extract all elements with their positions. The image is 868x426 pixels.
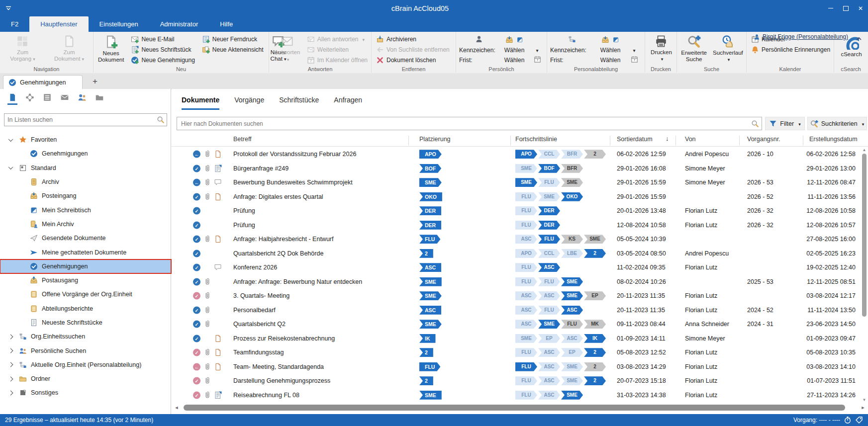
sidebar-item-ordner[interactable]: Ordner xyxy=(0,372,171,386)
zum-vorgang-button[interactable]: Zum Vorgang xyxy=(3,34,42,65)
main-tab-anfragen[interactable]: Anfragen xyxy=(334,96,362,110)
table-row[interactable]: ✓Quartalsbericht 2Q Dok Behörde2APOCCLLB… xyxy=(172,247,868,261)
neue-email-button[interactable]: Neue E-Mail xyxy=(129,34,196,44)
neue-akteneinsicht-button[interactable]: Neue Akteneinsicht xyxy=(200,45,265,55)
sidebar-item-standard[interactable]: Standard xyxy=(0,161,171,175)
document-search-input[interactable] xyxy=(177,120,749,127)
quick-access-icon[interactable] xyxy=(0,4,17,12)
stopwatch-icon[interactable] xyxy=(844,416,852,424)
new-tab-button[interactable] xyxy=(89,75,101,88)
im-kalender-oeffnen-button[interactable]: 7 Im Kalender öffnen xyxy=(305,55,369,65)
unit-frist-waehlen-button[interactable]: Wählen xyxy=(594,57,627,64)
col-vorgangsnr[interactable]: Vorgangsnr. xyxy=(747,136,780,143)
table-row[interactable]: ✓Anfrage: Anfrage: Bewerbung Natur entde… xyxy=(172,275,868,289)
table-row[interactable]: ✓PersonalbedarfASCASCFLUASC20-11-2023 11… xyxy=(172,303,868,318)
table-row[interactable]: ✓Teamfindungsstag2FLUASCEP205-08-2023 12… xyxy=(172,345,868,360)
sidebar-item-aktuelle-org-einheit-personalabteilung[interactable]: Aktuelle Org.Einheit (Personalabteilung) xyxy=(0,358,171,372)
sidebar-item-favoriten[interactable]: Favoriten xyxy=(0,133,171,147)
maximize-button[interactable] xyxy=(838,0,853,16)
chevron-down-icon[interactable] xyxy=(7,166,14,170)
table-row[interactable]: ✓Anfrage: Digitales erstes QuartalOKOFLU… xyxy=(172,190,868,204)
collapse-ribbon-icon[interactable] xyxy=(855,35,863,43)
suchverlauf-button[interactable]: Suchverlauf xyxy=(711,34,745,65)
sidebar-item-archiv[interactable]: Archiv xyxy=(0,175,171,189)
tab-genehmigungen[interactable]: Genehmigungen xyxy=(3,75,83,89)
neue-genehmigung-button[interactable]: Neue Genehmigung xyxy=(129,55,196,65)
table-row[interactable]: ✓PrüfungDERFLUDER12-08-2024 10:58Florian… xyxy=(172,218,868,233)
menu-item-hauptfenster[interactable]: Hauptfenster xyxy=(29,16,88,32)
table-row[interactable]: ←Bewerbung Bundesweites SchwimmprojektSM… xyxy=(172,175,868,190)
scroll-down-icon[interactable]: ▼ xyxy=(861,398,868,402)
sidebar-item-org-einheitssuchen[interactable]: Org.Einheitssuchen xyxy=(0,330,171,343)
tag-icon[interactable] xyxy=(855,416,863,424)
horizontal-scroll-thumb[interactable] xyxy=(184,405,845,411)
antworten-button[interactable]: Antworten xyxy=(272,34,302,65)
sidebar-item-postausgang[interactable]: Postausgang xyxy=(0,273,171,287)
unit-frist-calendar-icon[interactable]: 7 xyxy=(631,56,638,63)
unit-kennzeichen-dropdown-icon[interactable] xyxy=(627,47,642,54)
neuer-ferndruck-button[interactable]: Neuer Ferndruck xyxy=(200,34,265,44)
view-network-icon[interactable] xyxy=(24,91,35,103)
sidebar-item-posteingang[interactable]: Posteingang xyxy=(0,189,171,203)
sidebar-item-offene-vorgänge-der-org-einheit[interactable]: Offene Vorgänge der Org.Einheit xyxy=(0,287,171,301)
sidebar-item-mein-archiv[interactable]: Mein Archiv xyxy=(0,217,171,231)
erweiterte-suche-button[interactable]: Erweiterte Suche xyxy=(679,34,708,65)
sidebar-item-genehmigungen[interactable]: Genehmigungen xyxy=(0,147,171,161)
table-row[interactable]: ←Protokoll der Vorstandssitzung Februar … xyxy=(172,147,868,162)
sidebar-item-genehmigungen[interactable]: Genehmigungen xyxy=(0,259,171,273)
col-fortschrittslinie[interactable]: Fortschrittslinie xyxy=(515,136,557,143)
scroll-right-icon[interactable]: ► xyxy=(860,405,866,410)
kennzeichen-dropdown-icon[interactable] xyxy=(530,47,545,54)
user-identity-link[interactable]: Birgit Frigge (Personalabteilung) xyxy=(754,33,848,40)
table-row[interactable]: ✓Konferenz 2026ASCFLUASC11-02-2024 09:35… xyxy=(172,260,868,275)
table-row[interactable]: ✓PrüfungDERFLUDER20-01-2026 13:48Florian… xyxy=(172,204,868,218)
drucken-button[interactable]: Drucken xyxy=(649,34,674,65)
horizontal-scrollbar[interactable]: ◄ ► xyxy=(174,404,866,412)
scroll-up-icon[interactable]: ▲ xyxy=(861,148,868,152)
col-von[interactable]: Von xyxy=(685,136,696,143)
zum-dokument-button[interactable]: Zum Dokument xyxy=(47,34,91,65)
col-platzierung[interactable]: Platzierung xyxy=(419,136,451,143)
table-row[interactable]: ✓Prozess zur ReisekostenabrechnungIKSMEE… xyxy=(172,332,868,346)
view-mail-icon[interactable] xyxy=(59,91,70,103)
table-row[interactable]: ←Team- Meeting, StandardagendaFLUFLUASCS… xyxy=(172,360,868,374)
suchkriterien-button[interactable]: Suchkriterien xyxy=(807,117,867,130)
allen-antworten-button[interactable]: Allen antworten xyxy=(305,34,369,44)
chevron-right-icon[interactable] xyxy=(7,377,14,381)
dokument-loeschen-button[interactable]: Dokument löschen xyxy=(375,55,454,65)
table-row[interactable]: ✓Bürgeranfrage #249BOFSMEBOFBFR29-01-202… xyxy=(172,162,868,176)
menu-item-hilfe[interactable]: Hilfe xyxy=(209,16,244,32)
neues-dokument-button[interactable]: Neues Dokument xyxy=(96,34,125,65)
main-tab-schriftstücke[interactable]: Schriftstücke xyxy=(279,96,319,110)
weiterleiten-button[interactable]: Weiterleiten xyxy=(305,45,369,55)
close-button[interactable] xyxy=(853,0,868,16)
vertical-scroll-thumb[interactable] xyxy=(862,154,867,317)
table-row[interactable]: ✓Reiseabrechnung FL 08SMEFLUASCSME31-03-… xyxy=(172,388,868,403)
kennzeichen-waehlen-button[interactable]: Wählen xyxy=(499,47,530,54)
sidebar-item-sonstiges[interactable]: Sonstiges xyxy=(0,386,171,400)
neues-schriftstueck-button[interactable]: Neues Schriftstück xyxy=(129,45,196,55)
sidebar-item-neueste-schriftstücke[interactable]: Neueste Schriftstücke xyxy=(0,316,171,330)
sidebar-item-persönliche-suchen[interactable]: Persönliche Suchen xyxy=(0,343,171,357)
col-erstellungsdatum[interactable]: Erstellungsdatum xyxy=(809,136,858,143)
table-row[interactable]: ✓Anfrage: Halbjahresbericht - EntwurfFLU… xyxy=(172,232,868,247)
frist-waehlen-button[interactable]: Wählen xyxy=(499,57,530,64)
vertical-scrollbar[interactable]: ▲ ▼ xyxy=(861,148,868,402)
view-list-icon[interactable] xyxy=(42,91,53,103)
minimize-button[interactable] xyxy=(823,0,838,16)
sidebar-item-meine-gechatteten-dokumente[interactable]: Meine gechatteten Dokumente xyxy=(0,245,171,259)
table-row[interactable]: ✓3. Quartals- MeetingSMEASCASCSMEEP20-11… xyxy=(172,289,868,303)
chevron-right-icon[interactable] xyxy=(7,363,14,366)
chevron-down-icon[interactable] xyxy=(7,138,14,142)
sidebar-item-mein-schreibtisch[interactable]: Mein Schreibtisch xyxy=(0,203,171,217)
view-people-icon[interactable] xyxy=(77,91,88,103)
view-documents-icon[interactable] xyxy=(7,91,18,103)
main-tab-dokumente[interactable]: Dokumente xyxy=(182,96,219,110)
unit-kennzeichen-waehlen-button[interactable]: Wählen xyxy=(594,47,627,54)
table-row[interactable]: ✓Quartalsbericht Q2SMEASCSMEFLUMK09-11-2… xyxy=(172,317,868,332)
chevron-right-icon[interactable] xyxy=(7,349,14,352)
col-sortierdatum[interactable]: Sortierdatum xyxy=(617,136,653,143)
scroll-left-icon[interactable]: ◄ xyxy=(174,405,180,410)
sidebar-item-abteilungsberichte[interactable]: Abteilungsberichte xyxy=(0,302,171,316)
main-tab-vorgänge[interactable]: Vorgänge xyxy=(234,96,264,110)
